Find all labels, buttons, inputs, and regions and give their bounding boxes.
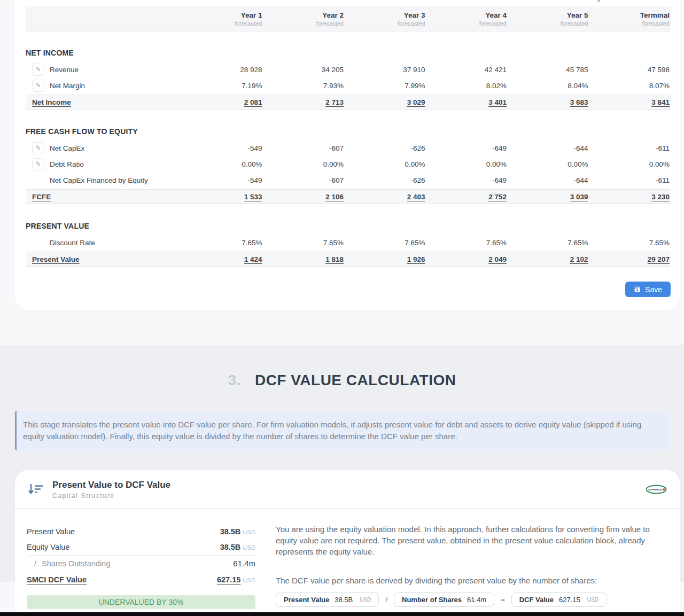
cell: -626 <box>345 144 426 152</box>
row-label: Debt Ratio <box>50 160 84 168</box>
stage-number: 3. <box>228 372 241 388</box>
save-button[interactable]: Save <box>625 282 671 297</box>
undervalued-badge: UNDERVALUED BY 30% <box>27 595 255 609</box>
table-row-debt-ratio: ✎ Debt Ratio 0.00% 0.00% 0.00% 0.00% 0.0… <box>26 156 671 172</box>
table-total-row-present-value: Present Value 1 424 1 818 1 926 2 049 2 … <box>26 252 671 267</box>
cell: -549 <box>182 144 263 152</box>
formula-term-dcf-value: DCF Value 627.15USD <box>511 592 607 607</box>
section-title-fcfe: FREE CASH FLOW TO EQUITY <box>26 127 671 136</box>
section-title-present-value: PRESENT VALUE <box>26 222 671 230</box>
cell: 2 081 <box>182 98 263 106</box>
table-total-row-net-income: Net Income 2 081 2 713 3 029 3 401 3 683… <box>26 95 671 110</box>
row-label: Net Margin <box>50 82 85 90</box>
cell: -644 <box>508 176 589 184</box>
stat-row-equity-value: Equity Value 38.5BUSD <box>27 540 255 556</box>
cell: 3 401 <box>426 98 508 106</box>
pencil-icon: ✎ <box>35 145 41 151</box>
valuation-stats: Present Value 38.5BUSD Equity Value 38.5… <box>27 524 255 609</box>
table-settings: Currency: USD Millions <box>573 0 667 2</box>
total-label: FCFE <box>32 193 51 201</box>
units-label[interactable]: Millions <box>643 0 667 2</box>
table-row-revenue: ✎ Revenue 28 928 34 205 37 910 42 421 45… <box>26 61 671 77</box>
cell: -607 <box>263 144 345 152</box>
table-row-net-margin: ✎ Net Margin 7.19% 7.93% 7.99% 8.02% 8.0… <box>26 77 671 93</box>
cell: 7.65% <box>426 239 508 247</box>
equity-model-paragraph: You are using the equity valuation model… <box>276 524 658 557</box>
forecast-table-card: Currency: USD Millions Year 1 forecasted… <box>15 0 680 310</box>
dcf-formula: Present Value 38.5BUSD / Number of Share… <box>276 592 658 607</box>
card-title: Present Value to DCF Value <box>52 480 170 490</box>
cell: 7.65% <box>589 239 671 247</box>
cell: 7.65% <box>182 239 263 247</box>
divide-operator: / <box>384 596 388 604</box>
cell: 34 205 <box>263 66 345 74</box>
cell: 3 230 <box>589 193 671 201</box>
stat-row-present-value: Present Value 38.5BUSD <box>27 524 255 540</box>
dcf-value-calculation-section: 3.DCF VALUE CALCULATION This stage trans… <box>0 345 684 582</box>
cell: 2 049 <box>426 255 508 263</box>
cell: 7.65% <box>263 239 345 247</box>
column-header-year5: Year 5 forecasted <box>508 11 589 27</box>
pencil-icon: ✎ <box>35 161 41 167</box>
column-header-year3: Year 3 forecasted <box>345 11 426 27</box>
cell: 3 039 <box>508 193 589 201</box>
formula-term-number-of-shares: Number of Shares 61.4m <box>394 592 494 607</box>
cell: 7.99% <box>345 82 426 90</box>
cell: 0.00% <box>589 160 671 168</box>
cell: 8.07% <box>589 82 671 90</box>
equals-operator: = <box>500 596 506 604</box>
company-logo: SUPERMICRO <box>646 485 667 494</box>
cell: 2 102 <box>508 255 589 263</box>
column-header-year2: Year 2 forecasted <box>263 11 345 27</box>
cell: 0.00% <box>263 160 345 168</box>
column-header-terminal: Terminal forecasted <box>589 11 671 27</box>
row-label: Revenue <box>50 66 79 74</box>
stat-row-shares-outstanding: /Shares Outstanding 61.4m <box>27 556 255 572</box>
currency-label[interactable]: Currency: USD <box>573 0 618 2</box>
cell: 45 785 <box>508 66 589 74</box>
table-row-net-capex-financed: Net CapEx Financed by Equity -549 -607 -… <box>26 172 671 188</box>
row-label: Discount Rate <box>50 239 95 247</box>
table-header-row: Year 1 forecasted Year 2 forecasted Year… <box>26 6 671 32</box>
edit-debt-ratio-button[interactable]: ✎ <box>32 158 44 170</box>
cell: 29 207 <box>589 255 671 263</box>
svg-text:SUPERMICRO: SUPERMICRO <box>648 488 664 491</box>
cell: 0.00% <box>345 160 426 168</box>
total-label: Present Value <box>32 255 80 263</box>
cell: 42 421 <box>426 66 508 74</box>
cell: 2 403 <box>345 193 426 201</box>
cell: 47 598 <box>589 66 671 74</box>
cell: 7.93% <box>263 82 345 90</box>
bottom-edge-bar <box>0 612 684 616</box>
edit-net-capex-button[interactable]: ✎ <box>32 142 44 154</box>
cell: -626 <box>345 176 426 184</box>
cell: -549 <box>182 176 263 184</box>
pencil-icon: ✎ <box>35 82 41 89</box>
cell: 1 926 <box>345 255 426 263</box>
dcf-derivation-paragraph: The DCF value per share is derived by di… <box>276 575 658 586</box>
save-icon <box>634 286 641 293</box>
cell: 2 752 <box>426 193 508 201</box>
cell: -607 <box>263 176 345 184</box>
present-value-to-dcf-card: Present Value to DCF Value Capital Struc… <box>15 470 680 615</box>
sort-descending-icon <box>28 482 43 497</box>
cell: -649 <box>426 176 508 184</box>
cell: 7.65% <box>345 239 426 247</box>
formula-term-present-value: Present Value 38.5BUSD <box>276 592 379 607</box>
cell: -611 <box>589 144 671 152</box>
edit-revenue-button[interactable]: ✎ <box>32 64 44 76</box>
explanation-text: You are using the equity valuation model… <box>276 524 658 609</box>
cell: 8.04% <box>508 82 589 90</box>
row-label: Net CapEx <box>50 144 84 152</box>
column-header-year1: Year 1 forecasted <box>182 11 263 27</box>
edit-net-margin-button[interactable]: ✎ <box>32 80 44 92</box>
pencil-icon: ✎ <box>35 66 41 73</box>
cell: 0.00% <box>426 160 508 168</box>
cell: 0.00% <box>182 160 263 168</box>
cell: 28 928 <box>182 66 263 74</box>
stage-heading: 3.DCF VALUE CALCULATION <box>0 372 684 389</box>
stage-title: DCF VALUE CALCULATION <box>255 372 456 388</box>
row-label: Net CapEx Financed by Equity <box>50 176 148 184</box>
cell: 0.00% <box>508 160 589 168</box>
cell: 2 713 <box>263 98 345 106</box>
